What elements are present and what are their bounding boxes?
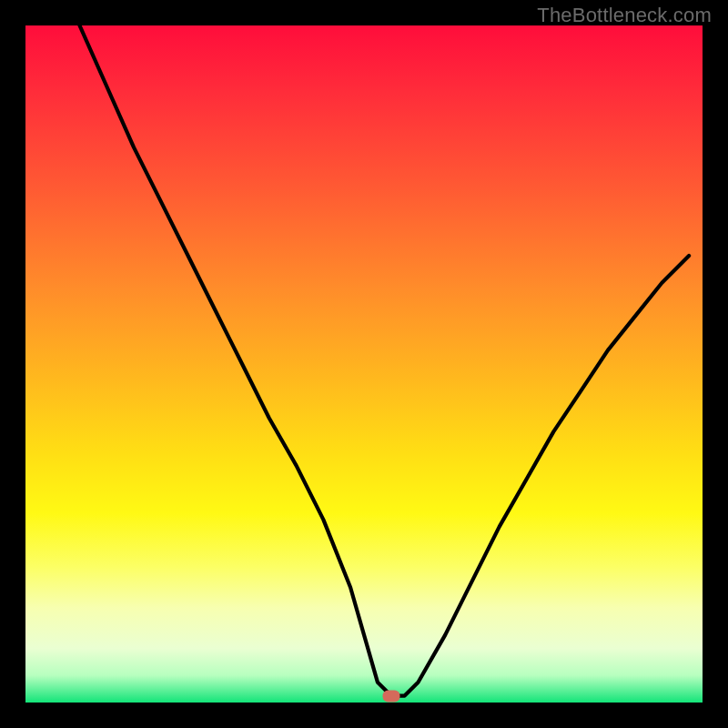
optimal-point-marker (382, 690, 399, 702)
curve-path (80, 25, 690, 696)
watermark-text: TheBottleneck.com (537, 4, 712, 27)
chart-frame: TheBottleneck.com (0, 0, 728, 728)
bottleneck-curve (25, 25, 703, 703)
plot-area (25, 25, 703, 703)
